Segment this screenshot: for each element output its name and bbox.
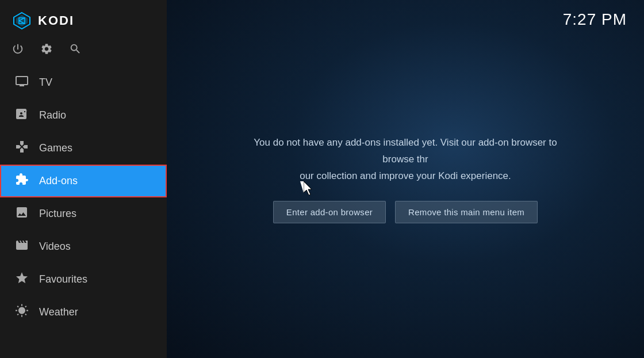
enter-addon-browser-button[interactable]: Enter add-on browser	[273, 201, 386, 223]
sidebar-item-tv-label: TV	[39, 77, 52, 89]
content-message: You do not have any add-ons installed ye…	[233, 135, 578, 185]
sidebar-item-radio[interactable]: Radio	[0, 99, 167, 132]
power-icon	[12, 43, 24, 55]
radio-icon	[14, 107, 30, 124]
action-buttons: Enter add-on browser Remove this main me…	[273, 201, 538, 223]
settings-button[interactable]	[40, 43, 53, 58]
toolbar	[0, 37, 167, 66]
sidebar-item-games[interactable]: Games	[0, 132, 167, 165]
sidebar-item-addons-label: Add-ons	[39, 175, 78, 187]
sidebar-item-favourites-label: Favourites	[39, 273, 87, 285]
search-button[interactable]	[69, 43, 82, 58]
kodi-logo	[12, 10, 32, 31]
main-content: 7:27 PM You do not have any add-ons inst…	[167, 0, 644, 358]
remove-menu-item-button[interactable]: Remove this main menu item	[395, 201, 538, 223]
tv-icon	[14, 74, 30, 91]
sidebar-item-videos[interactable]: Videos	[0, 230, 167, 263]
games-icon	[14, 140, 30, 157]
favourites-icon	[14, 271, 30, 288]
message-line2: our collection and improve your Kodi exp…	[300, 170, 511, 181]
message-line1: You do not have any add-ons installed ye…	[254, 137, 557, 165]
sidebar: KODI TV	[0, 0, 167, 358]
sidebar-item-weather[interactable]: Weather	[0, 296, 167, 329]
sidebar-item-weather-label: Weather	[39, 306, 78, 318]
sidebar-item-radio-label: Radio	[39, 109, 66, 121]
main-nav: TV Radio Games	[0, 66, 167, 358]
app-title: KODI	[38, 13, 74, 28]
sidebar-item-videos-label: Videos	[39, 241, 71, 253]
addons-icon	[14, 173, 30, 189]
weather-icon	[14, 304, 30, 321]
sidebar-item-favourites[interactable]: Favourites	[0, 263, 167, 296]
power-button[interactable]	[12, 43, 24, 58]
pictures-icon	[14, 205, 30, 222]
sidebar-item-pictures[interactable]: Pictures	[0, 197, 167, 230]
sidebar-item-pictures-label: Pictures	[39, 208, 76, 220]
search-icon	[69, 43, 82, 55]
sidebar-item-games-label: Games	[39, 142, 72, 154]
sidebar-item-addons[interactable]: Add-ons	[0, 165, 167, 197]
sidebar-item-tv[interactable]: TV	[0, 66, 167, 99]
app-header: KODI	[0, 0, 167, 37]
settings-icon	[40, 43, 53, 55]
time-display: 7:27 PM	[563, 10, 627, 29]
videos-icon	[14, 238, 30, 255]
